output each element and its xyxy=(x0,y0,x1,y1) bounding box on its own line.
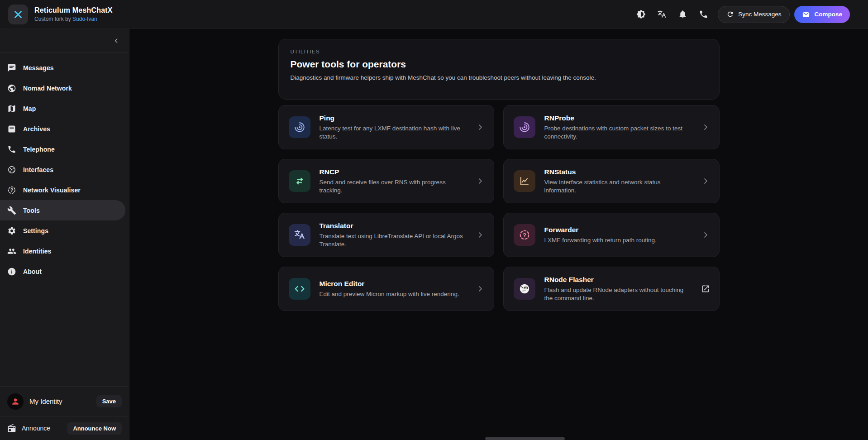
archive-icon xyxy=(7,124,16,134)
main-content: UTILITIES Power tools for operators Diag… xyxy=(129,29,868,440)
tool-title: RNCP xyxy=(320,168,467,176)
sidebar-item-label: Messages xyxy=(23,64,54,72)
tool-description: Translate text using LibreTranslate API … xyxy=(320,232,467,248)
sidebar-item-tools[interactable]: Tools xyxy=(0,200,125,220)
announce-row: Announce Announce Now xyxy=(0,416,129,440)
body: Messages Nomad Network Map Archives Tele… xyxy=(0,29,868,440)
tool-text: Translator Translate text using LibreTra… xyxy=(320,222,467,248)
compose-button[interactable]: Compose xyxy=(794,6,850,23)
envelope-icon xyxy=(802,10,810,19)
tools-grid: Ping Latency test for any LXMF destinati… xyxy=(278,105,720,311)
interfaces-icon xyxy=(7,165,16,174)
sidebar-item-label: Archives xyxy=(23,125,50,133)
app-window: Reticulum MeshChatX Custom fork by Sudo-… xyxy=(0,0,868,440)
tool-title: RNProbe xyxy=(544,114,692,122)
compose-label: Compose xyxy=(814,11,842,18)
tool-title: RNStatus xyxy=(544,168,692,176)
sidebar-item-label: Settings xyxy=(23,227,48,234)
chart-icon xyxy=(519,175,530,187)
tool-tile xyxy=(514,170,535,192)
chevron-right-icon xyxy=(701,123,710,132)
sidebar-item-label: Identities xyxy=(23,248,51,255)
refresh-icon xyxy=(726,10,734,18)
sidebar-item-label: Telephone xyxy=(23,146,55,153)
save-identity-button[interactable]: Save xyxy=(96,395,122,407)
sidebar-item-network-visualiser[interactable]: ? Network Visualiser xyxy=(0,180,125,200)
rnode-icon: RNS xyxy=(519,283,530,295)
app-title: Reticulum MeshChatX xyxy=(34,6,113,14)
tool-title: RNode Flasher xyxy=(544,276,692,284)
tool-tile: ? xyxy=(514,224,535,246)
transfer-icon xyxy=(294,175,305,187)
tool-card-rncp[interactable]: RNCP Send and receive files over RNS wit… xyxy=(278,159,494,203)
tools-page: UTILITIES Power tools for operators Diag… xyxy=(278,39,720,440)
globe-icon xyxy=(7,84,16,93)
sidebar-item-map[interactable]: Map xyxy=(0,98,125,119)
tool-description: View interface statistics and network st… xyxy=(544,178,692,194)
sidebar-item-messages[interactable]: Messages xyxy=(0,57,125,78)
tool-description: Flash and update RNode adapters without … xyxy=(544,286,692,302)
tool-card-rnprobe[interactable]: RNProbe Probe destinations with custom p… xyxy=(503,105,720,149)
tool-tile xyxy=(514,116,535,138)
chevron-right-icon xyxy=(476,123,485,132)
tool-text: RNode Flasher Flash and update RNode ada… xyxy=(544,276,692,302)
sync-messages-button[interactable]: Sync Messages xyxy=(718,6,790,23)
code-icon xyxy=(294,283,305,295)
tool-card-rnstatus[interactable]: RNStatus View interface statistics and n… xyxy=(503,159,720,203)
tool-tile xyxy=(289,224,310,246)
author-link[interactable]: Sudo-Ivan xyxy=(72,16,97,22)
sidebar-item-label: Nomad Network xyxy=(23,85,72,92)
external-link-icon xyxy=(701,284,710,293)
tool-tile: RNS xyxy=(514,278,535,300)
sidebar-item-label: Interfaces xyxy=(23,166,53,173)
chat-icon xyxy=(7,63,16,72)
sidebar-item-about[interactable]: About xyxy=(0,261,125,282)
sidebar-item-label: Network Visualiser xyxy=(23,187,81,194)
brand-text: Reticulum MeshChatX Custom fork by Sudo-… xyxy=(34,6,113,22)
sidebar-item-archives[interactable]: Archives xyxy=(0,119,125,139)
sidebar-item-label: About xyxy=(23,268,42,275)
info-icon xyxy=(7,267,16,276)
chevron-right-icon xyxy=(701,177,710,186)
tool-card-micron-editor[interactable]: Micron Editor Edit and preview Micron ma… xyxy=(278,267,494,311)
sidebar-item-interfaces[interactable]: Interfaces xyxy=(0,159,125,180)
person-icon xyxy=(11,397,20,406)
tool-tile xyxy=(289,170,310,192)
tool-card-forwarder[interactable]: ? Forwarder LXMF forwarding with return … xyxy=(503,213,720,257)
app-tagline: Custom fork by Sudo-Ivan xyxy=(34,16,113,22)
logo-x-icon xyxy=(13,9,24,20)
collapse-sidebar-button[interactable] xyxy=(113,37,120,44)
radio-icon xyxy=(7,424,16,433)
translate-icon xyxy=(657,10,667,19)
sidebar-item-nomad-network[interactable]: Nomad Network xyxy=(0,78,125,98)
notifications-button[interactable] xyxy=(674,6,691,23)
tool-card-ping[interactable]: Ping Latency test for any LXMF destinati… xyxy=(278,105,494,149)
sidebar-item-settings[interactable]: Settings xyxy=(0,220,125,241)
chevron-right-icon xyxy=(476,230,485,239)
tool-text: RNProbe Probe destinations with custom p… xyxy=(544,114,692,140)
horizontal-scrollbar-thumb[interactable] xyxy=(485,437,565,440)
tool-card-rnode-flasher[interactable]: RNS RNode Flasher Flash and update RNode… xyxy=(503,267,720,311)
tool-text: RNCP Send and receive files over RNS wit… xyxy=(320,168,467,194)
chevron-right-icon xyxy=(476,284,485,293)
tool-text: Micron Editor Edit and preview Micron ma… xyxy=(320,280,467,298)
tool-title: Forwarder xyxy=(544,226,692,234)
sidebar-item-identities[interactable]: Identities xyxy=(0,241,125,261)
visualiser-icon: ? xyxy=(7,186,16,195)
tool-description: Edit and preview Micron markup with live… xyxy=(320,290,467,298)
bell-icon xyxy=(678,10,687,19)
sidebar-spacer xyxy=(0,282,129,386)
svg-text:RNS: RNS xyxy=(524,287,527,289)
ping-icon xyxy=(519,121,530,133)
telephone-button[interactable] xyxy=(695,6,711,23)
identity-row: My Identity Save xyxy=(0,386,129,416)
translate-button[interactable] xyxy=(653,6,670,23)
tool-card-translator[interactable]: Translator Translate text using LibreTra… xyxy=(278,213,494,257)
sidebar-item-telephone[interactable]: Telephone xyxy=(0,139,125,159)
wrench-icon xyxy=(7,206,16,215)
phone-icon xyxy=(699,10,708,19)
announce-now-button[interactable]: Announce Now xyxy=(67,422,122,435)
theme-toggle-button[interactable] xyxy=(633,6,649,23)
identity-label: My Identity xyxy=(29,397,62,405)
people-icon xyxy=(7,247,16,256)
